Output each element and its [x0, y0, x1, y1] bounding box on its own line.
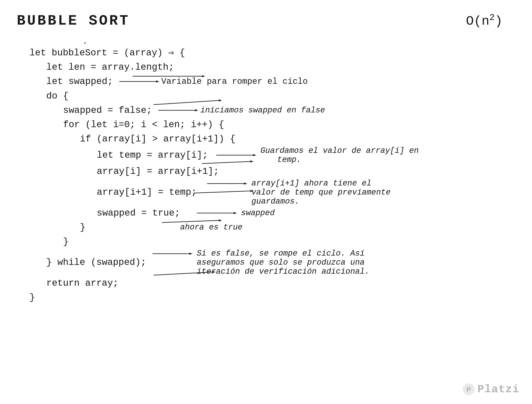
svg-text:P: P: [466, 386, 471, 393]
dot-decoration: [84, 42, 86, 44]
arrow-line-5: iniciamos swapped en false: [158, 106, 325, 115]
annotation-8-wrapper: Guardamos el valor de array[i] en temp.: [260, 146, 419, 164]
arrow-14-svg: [152, 251, 195, 257]
code-line-6: for (let i=0; i < len; i++) {: [63, 117, 515, 132]
code-line-10-container: array[i+1] = temp; array[i+1] ahora tien…: [29, 179, 515, 206]
arrow-8-svg: [216, 152, 258, 158]
title-area: BUBBLE SORT O(n2): [17, 13, 515, 29]
code-line-2: let len = array.length;: [46, 60, 515, 74]
code-area: let bubbleSort = (array) ⇒ { let len = a…: [29, 46, 515, 305]
arrow-line-8: Guardamos el valor de array[i] en temp.: [216, 146, 419, 164]
code-line-14: } while (swapped);: [46, 255, 146, 269]
code-line-12: }: [80, 220, 85, 235]
platzi-text: Platzi: [477, 383, 519, 396]
annotation-line-5: iniciamos swapped en false: [200, 106, 325, 115]
code-line-4: do {: [46, 89, 515, 103]
annotation-line-3: Variable para romper el ciclo: [161, 77, 308, 86]
code-line-5: swapped = false;: [63, 103, 152, 117]
svg-marker-13: [156, 80, 159, 83]
annotation-line-10: array[i+1] ahora tiene el: [251, 179, 390, 188]
complexity-label: O(n2): [466, 13, 503, 29]
code-line-8-container: let temp = array[i]; Guardamos el valor …: [29, 146, 515, 164]
annotation-14-wrapper: Si es false, se rompe el ciclo. Así aseg…: [197, 249, 369, 276]
annotation-line-9: temp.: [277, 155, 419, 164]
svg-marker-17: [253, 154, 256, 156]
code-line-9: array[i] = array[i+1];: [97, 164, 515, 179]
code-line-10: array[i+1] = temp;: [97, 185, 197, 199]
annotation-10-wrapper: array[i+1] ahora tiene el valor de temp …: [251, 179, 390, 206]
code-line-12-container: } ahora es true: [29, 220, 515, 235]
annotation-line-10c: guardamos.: [251, 197, 390, 206]
arrow-11-svg: [197, 210, 239, 216]
code-line-11-container: swapped = true; swapped: [29, 206, 515, 220]
annotation-line-10b: valor de temp que previamente: [251, 188, 390, 197]
code-line-5-container: swapped = false; iniciamos swapped en fa…: [29, 103, 515, 117]
svg-marker-19: [244, 182, 247, 185]
page-title: BUBBLE SORT: [17, 13, 130, 29]
svg-marker-23: [189, 253, 192, 255]
arrow-line-11: swapped: [197, 209, 275, 217]
code-line-11: swapped = true;: [97, 206, 180, 220]
annotation-line-11: swapped: [241, 209, 275, 217]
annotation-line-14: Si es false, se rompe el ciclo. Así: [197, 249, 369, 258]
platzi-logo: P Platzi: [462, 383, 519, 396]
annotation-line-14c: iteración de verificación adicional.: [197, 267, 369, 276]
arrow-10-svg: [207, 180, 249, 187]
code-line-15: return array;: [46, 276, 515, 290]
arrow-line-10: array[i+1] ahora tiene el valor de temp …: [207, 179, 390, 206]
svg-marker-15: [195, 109, 198, 111]
code-line-3-container: let swapped; Variable para romper el cic…: [29, 74, 515, 89]
code-line-13: }: [63, 235, 515, 249]
code-line-1: let bubbleSort = (array) ⇒ {: [29, 46, 515, 60]
arrow-line-14: Si es false, se rompe el ciclo. Así aseg…: [152, 249, 369, 276]
code-line-8: let temp = array[i];: [97, 148, 208, 162]
annotation-line-14b: aseguramos que solo se produzca una: [197, 258, 369, 267]
code-line-3: let swapped;: [46, 74, 113, 89]
code-line-7: if (array[i] > array[i+1]) {: [80, 132, 515, 146]
arrow-line-3: Variable para romper el ciclo: [119, 77, 308, 86]
annotation-line-8: Guardamos el valor de array[i] en: [260, 146, 419, 155]
platzi-icon: P: [462, 383, 475, 396]
svg-marker-21: [234, 212, 237, 214]
code-line-16: }: [29, 290, 515, 305]
code-line-14-container: } while (swapped); Si es false, se rompe…: [29, 249, 515, 276]
arrow-3-svg: [119, 78, 161, 85]
arrow-5-svg: [158, 107, 200, 113]
page: BUBBLE SORT O(n2) let bubbleSo: [0, 0, 532, 404]
annotation-line-12: ahora es true: [180, 223, 242, 232]
